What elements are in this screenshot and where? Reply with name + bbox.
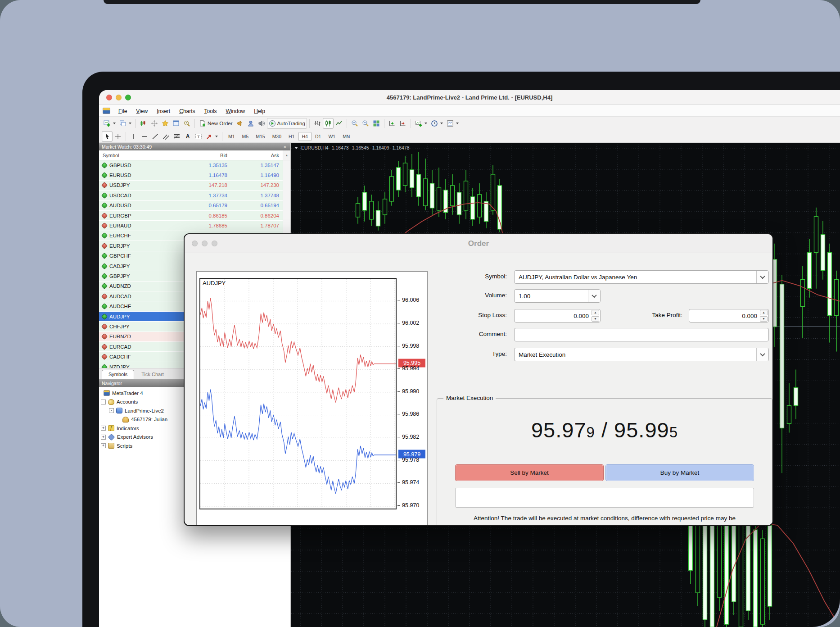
templates-button[interactable]	[445, 118, 461, 129]
menu-item-window[interactable]: Window	[221, 107, 250, 116]
timeframe-m30[interactable]: M30	[269, 132, 285, 141]
expand-icon[interactable]: +	[101, 443, 106, 448]
text-label-button[interactable]: T	[193, 131, 204, 142]
timeframe-w1[interactable]: W1	[325, 132, 339, 141]
chevron-down-icon[interactable]	[756, 348, 768, 361]
menu-item-charts[interactable]: Charts	[175, 107, 199, 116]
zoom-out-button[interactable]	[360, 118, 371, 129]
chevron-down-icon[interactable]	[588, 290, 600, 302]
tile-windows-button[interactable]	[371, 118, 382, 129]
market-watch-button[interactable]	[138, 118, 149, 129]
dropdown-caret-icon[interactable]	[215, 136, 218, 137]
expand-icon[interactable]: +	[101, 426, 106, 431]
vertical-line-button[interactable]	[128, 131, 139, 142]
order-dialog-titlebar[interactable]: Order	[185, 234, 772, 253]
take-profit-input[interactable]: 0.000 ▲▼	[689, 309, 769, 323]
column-ask[interactable]: Ask	[231, 153, 283, 158]
expand-icon[interactable]: +	[101, 435, 106, 440]
timeframe-mn[interactable]: MN	[339, 132, 353, 141]
dropdown-caret-icon[interactable]	[456, 123, 459, 124]
market-watch-row-audusd[interactable]: AUDUSD0.651790.65194	[99, 201, 290, 211]
horizontal-line-button[interactable]	[139, 131, 150, 142]
market-watch-row-usdjpy[interactable]: USDJPY147.218147.230	[99, 181, 290, 191]
close-icon[interactable]: ×	[282, 144, 288, 150]
market-watch-row-euraud[interactable]: EURAUD1.786851.78707	[99, 221, 290, 231]
timeframe-m5[interactable]: M5	[239, 132, 253, 141]
minimize-window-button[interactable]	[116, 95, 122, 100]
trendline-button[interactable]	[150, 131, 161, 142]
arrow-tools-button[interactable]	[204, 131, 220, 142]
menu-item-file[interactable]: File	[114, 107, 131, 116]
strategy-tester-button[interactable]	[181, 118, 192, 129]
bar-chart-button[interactable]	[312, 118, 323, 129]
line-chart-button[interactable]	[334, 118, 344, 129]
tab-tick-chart[interactable]: Tick Chart	[135, 370, 170, 379]
menu-item-tools[interactable]: Tools	[200, 107, 221, 116]
spin-down-icon[interactable]: ▼	[592, 316, 599, 322]
indicators-button[interactable]	[413, 118, 429, 129]
auto-scroll-button[interactable]	[387, 118, 397, 129]
periods-button[interactable]	[429, 118, 445, 129]
new-order-button[interactable]: New Order	[197, 118, 235, 129]
candlestick-chart-button[interactable]	[323, 118, 334, 129]
column-symbol[interactable]: Symbol	[99, 153, 179, 158]
spin-up-icon[interactable]: ▲	[760, 310, 768, 315]
dropdown-caret-icon[interactable]	[113, 123, 116, 124]
timeframe-m1[interactable]: M1	[225, 132, 239, 141]
buy-by-market-button[interactable]: Buy by Market	[605, 464, 754, 481]
menu-item-view[interactable]: View	[131, 107, 152, 116]
timeframe-h4[interactable]: H4	[298, 132, 312, 141]
collapse-icon[interactable]: -	[101, 400, 106, 404]
new-chart-button[interactable]	[102, 118, 117, 129]
chevron-down-icon[interactable]	[756, 271, 768, 283]
comment-input[interactable]	[514, 328, 769, 341]
menu-item-insert[interactable]: Insert	[152, 107, 175, 116]
menu-item-help[interactable]: Help	[249, 107, 270, 116]
tree-item-label: LandPrime-Live2	[125, 408, 164, 413]
autotrading-button[interactable]: AutoTrading	[267, 118, 307, 129]
spin-down-icon[interactable]: ▼	[760, 316, 768, 322]
timeframe-h1[interactable]: H1	[285, 132, 298, 141]
channel-button[interactable]	[161, 131, 172, 142]
market-watch-row-eurgbp[interactable]: EURGBP0.861850.86204	[99, 211, 290, 221]
dialog-minimize-button[interactable]	[202, 241, 208, 246]
scroll-up-icon[interactable]: ▲	[283, 150, 290, 160]
expert-advisors-button[interactable]	[245, 118, 256, 129]
market-watch-row-gbpusd[interactable]: GBPUSD1.351351.35147	[99, 160, 290, 170]
type-select[interactable]: Market Execution	[514, 348, 769, 361]
favorites-button[interactable]	[160, 118, 171, 129]
scripts-icon	[108, 443, 114, 449]
cursor-button[interactable]	[102, 131, 113, 142]
news-button[interactable]	[235, 118, 245, 129]
navigator-button[interactable]	[171, 118, 181, 129]
dialog-zoom-button[interactable]	[212, 241, 217, 246]
market-watch-row-eurusd[interactable]: EURUSD1.164781.16490	[99, 170, 290, 180]
zoom-window-button[interactable]	[125, 95, 131, 100]
chevron-down-icon[interactable]	[294, 147, 298, 149]
collapse-icon[interactable]: -	[109, 408, 114, 413]
zoom-in-button[interactable]	[349, 118, 360, 129]
crosshair-button[interactable]	[113, 131, 123, 142]
sounds-button[interactable]	[256, 118, 267, 129]
column-bid[interactable]: Bid	[179, 153, 231, 158]
spin-up-icon[interactable]: ▲	[592, 310, 599, 315]
close-window-button[interactable]	[106, 95, 112, 100]
stop-loss-input[interactable]: 0.000 ▲▼	[514, 309, 601, 323]
sell-by-market-button[interactable]: Sell by Market	[455, 464, 604, 481]
text-button[interactable]: A	[182, 131, 193, 142]
dropdown-caret-icon[interactable]	[129, 123, 131, 124]
fibonacci-icon	[173, 133, 181, 140]
fibonacci-button[interactable]	[172, 131, 182, 142]
data-window-button[interactable]	[149, 118, 160, 129]
dropdown-caret-icon[interactable]	[440, 123, 443, 124]
chart-shift-button[interactable]	[397, 118, 408, 129]
dropdown-caret-icon[interactable]	[425, 123, 427, 124]
timeframe-d1[interactable]: D1	[312, 132, 325, 141]
dialog-close-button[interactable]	[192, 241, 198, 246]
symbol-select[interactable]: AUDJPY, Australian Dollar vs Japanese Ye…	[514, 270, 769, 284]
market-watch-row-usdcad[interactable]: USDCAD1.377341.37748	[99, 191, 290, 200]
profiles-button[interactable]	[117, 118, 133, 129]
volume-select[interactable]: 1.00	[514, 289, 601, 303]
timeframe-m15[interactable]: M15	[252, 132, 268, 141]
tab-symbols[interactable]: Symbols	[102, 370, 134, 379]
